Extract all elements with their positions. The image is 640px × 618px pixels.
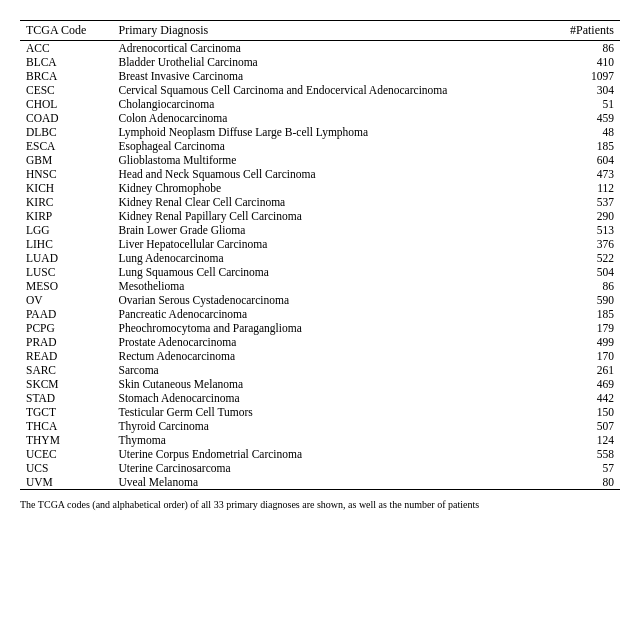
cell-patients: 261 <box>548 363 620 377</box>
cell-diagnosis: Cholangiocarcinoma <box>112 97 548 111</box>
cell-code: UCEC <box>20 447 112 461</box>
cell-patients: 469 <box>548 377 620 391</box>
table-row: TGCTTesticular Germ Cell Tumors150 <box>20 405 620 419</box>
cell-patients: 51 <box>548 97 620 111</box>
cell-patients: 504 <box>548 265 620 279</box>
table-row: UCSUterine Carcinosarcoma57 <box>20 461 620 475</box>
cell-patients: 376 <box>548 237 620 251</box>
table-row: LIHCLiver Hepatocellular Carcinoma376 <box>20 237 620 251</box>
cell-diagnosis: Liver Hepatocellular Carcinoma <box>112 237 548 251</box>
table-header-row: TCGA Code Primary Diagnosis #Patients <box>20 21 620 41</box>
cell-diagnosis: Uterine Carcinosarcoma <box>112 461 548 475</box>
cell-patients: 112 <box>548 181 620 195</box>
table-row: READRectum Adenocarcinoma170 <box>20 349 620 363</box>
cell-patients: 48 <box>548 125 620 139</box>
cell-diagnosis: Pancreatic Adenocarcinoma <box>112 307 548 321</box>
cell-patients: 513 <box>548 223 620 237</box>
header-diagnosis: Primary Diagnosis <box>112 21 548 41</box>
cell-patients: 604 <box>548 153 620 167</box>
cell-code: GBM <box>20 153 112 167</box>
cell-diagnosis: Cervical Squamous Cell Carcinoma and End… <box>112 83 548 97</box>
table-row: DLBCLymphoid Neoplasm Diffuse Large B-ce… <box>20 125 620 139</box>
table-row: BRCABreast Invasive Carcinoma1097 <box>20 69 620 83</box>
cell-code: LIHC <box>20 237 112 251</box>
cell-diagnosis: Uterine Corpus Endometrial Carcinoma <box>112 447 548 461</box>
tcga-table: TCGA Code Primary Diagnosis #Patients AC… <box>20 20 620 490</box>
table-row: CHOLCholangiocarcinoma51 <box>20 97 620 111</box>
table-row: HNSCHead and Neck Squamous Cell Carcinom… <box>20 167 620 181</box>
table-row: KIRPKidney Renal Papillary Cell Carcinom… <box>20 209 620 223</box>
cell-diagnosis: Adrenocortical Carcinoma <box>112 41 548 56</box>
cell-patients: 442 <box>548 391 620 405</box>
cell-code: DLBC <box>20 125 112 139</box>
cell-code: ESCA <box>20 139 112 153</box>
cell-patients: 522 <box>548 251 620 265</box>
cell-diagnosis: Rectum Adenocarcinoma <box>112 349 548 363</box>
cell-code: PAAD <box>20 307 112 321</box>
cell-diagnosis: Thyroid Carcinoma <box>112 419 548 433</box>
cell-code: SKCM <box>20 377 112 391</box>
table-row: OVOvarian Serous Cystadenocarcinoma590 <box>20 293 620 307</box>
cell-code: SARC <box>20 363 112 377</box>
cell-patients: 410 <box>548 55 620 69</box>
cell-diagnosis: Kidney Renal Clear Cell Carcinoma <box>112 195 548 209</box>
cell-patients: 590 <box>548 293 620 307</box>
cell-patients: 86 <box>548 279 620 293</box>
table-row: MESOMesothelioma86 <box>20 279 620 293</box>
table-row: BLCABladder Urothelial Carcinoma410 <box>20 55 620 69</box>
cell-diagnosis: Kidney Renal Papillary Cell Carcinoma <box>112 209 548 223</box>
cell-code: CESC <box>20 83 112 97</box>
cell-diagnosis: Thymoma <box>112 433 548 447</box>
cell-code: ACC <box>20 41 112 56</box>
cell-patients: 1097 <box>548 69 620 83</box>
table-row: SARCSarcoma261 <box>20 363 620 377</box>
table-row: THCAThyroid Carcinoma507 <box>20 419 620 433</box>
cell-diagnosis: Uveal Melanoma <box>112 475 548 490</box>
cell-patients: 499 <box>548 335 620 349</box>
cell-patients: 150 <box>548 405 620 419</box>
cell-diagnosis: Colon Adenocarcinoma <box>112 111 548 125</box>
cell-diagnosis: Testicular Germ Cell Tumors <box>112 405 548 419</box>
cell-code: LUAD <box>20 251 112 265</box>
cell-code: THYM <box>20 433 112 447</box>
cell-code: UCS <box>20 461 112 475</box>
table-row: LGGBrain Lower Grade Glioma513 <box>20 223 620 237</box>
cell-code: BRCA <box>20 69 112 83</box>
table-row: KICHKidney Chromophobe112 <box>20 181 620 195</box>
cell-diagnosis: Esophageal Carcinoma <box>112 139 548 153</box>
cell-code: THCA <box>20 419 112 433</box>
table-row: LUSCLung Squamous Cell Carcinoma504 <box>20 265 620 279</box>
cell-code: COAD <box>20 111 112 125</box>
cell-code: KIRC <box>20 195 112 209</box>
cell-patients: 304 <box>548 83 620 97</box>
cell-code: STAD <box>20 391 112 405</box>
cell-patients: 537 <box>548 195 620 209</box>
cell-code: KICH <box>20 181 112 195</box>
table-row: LUADLung Adenocarcinoma522 <box>20 251 620 265</box>
cell-code: UVM <box>20 475 112 490</box>
cell-patients: 473 <box>548 167 620 181</box>
table-row: STADStomach Adenocarcinoma442 <box>20 391 620 405</box>
cell-diagnosis: Glioblastoma Multiforme <box>112 153 548 167</box>
cell-diagnosis: Mesothelioma <box>112 279 548 293</box>
table-row: GBMGlioblastoma Multiforme604 <box>20 153 620 167</box>
cell-diagnosis: Breast Invasive Carcinoma <box>112 69 548 83</box>
cell-diagnosis: Lymphoid Neoplasm Diffuse Large B-cell L… <box>112 125 548 139</box>
table-row: UVMUveal Melanoma80 <box>20 475 620 490</box>
cell-diagnosis: Prostate Adenocarcinoma <box>112 335 548 349</box>
cell-diagnosis: Bladder Urothelial Carcinoma <box>112 55 548 69</box>
table-row: SKCMSkin Cutaneous Melanoma469 <box>20 377 620 391</box>
cell-diagnosis: Head and Neck Squamous Cell Carcinoma <box>112 167 548 181</box>
cell-code: PRAD <box>20 335 112 349</box>
cell-patients: 185 <box>548 139 620 153</box>
table-row: COADColon Adenocarcinoma459 <box>20 111 620 125</box>
cell-code: READ <box>20 349 112 363</box>
cell-patients: 507 <box>548 419 620 433</box>
cell-code: BLCA <box>20 55 112 69</box>
table-row: PAADPancreatic Adenocarcinoma185 <box>20 307 620 321</box>
cell-patients: 86 <box>548 41 620 56</box>
table-row: UCECUterine Corpus Endometrial Carcinoma… <box>20 447 620 461</box>
cell-patients: 558 <box>548 447 620 461</box>
cell-diagnosis: Pheochromocytoma and Paraganglioma <box>112 321 548 335</box>
cell-patients: 57 <box>548 461 620 475</box>
